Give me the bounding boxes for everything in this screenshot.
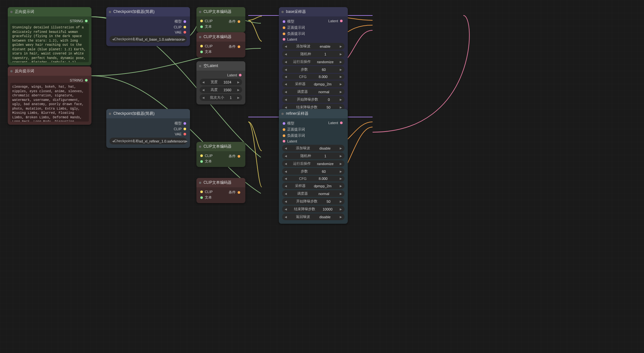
node-title: refiner采样器 [279, 109, 348, 118]
input-port[interactable]: 正面提示词 [281, 126, 345, 132]
port-icon [239, 74, 242, 76]
param-widget[interactable]: ◀批次大小1▶ [200, 94, 242, 101]
param-widget[interactable]: ◀运行后操作randomize▶ [282, 58, 345, 65]
node-empty-latent[interactable]: 空Latent Latent ◀宽度1024▶◀高度1560▶◀批次大小1▶ [196, 61, 245, 104]
input-port[interactable]: Latent [281, 37, 345, 42]
chevron-right-icon: ▶ [340, 170, 342, 173]
port-icon [283, 134, 285, 137]
param-widget[interactable]: ◀调度器normal▶ [282, 190, 345, 197]
port-icon [200, 51, 203, 53]
node-clip-encoder-positive-refiner[interactable]: CLIP文本编码器 CLIP 条件 文本 [196, 142, 245, 167]
param-widget[interactable]: ◀CFG8.000▶ [282, 74, 345, 80]
port-icon [283, 26, 285, 29]
prompt-textarea[interactable] [10, 24, 89, 62]
output-string[interactable]: STRING [10, 18, 89, 24]
param-widget[interactable]: ◀采样器dpmpp_2m▶ [282, 81, 345, 87]
chevron-right-icon: ▶ [237, 81, 240, 84]
chevron-right-icon: ▶ [340, 45, 342, 48]
ckpt-name-widget[interactable]: ◀ Checkpoint名称 sd_xl_base_1.0.safetensor… [109, 36, 187, 43]
param-widget[interactable]: ◀采样器dpmpp_2m▶ [282, 182, 345, 189]
chevron-left-icon: ◀ [285, 177, 287, 180]
node-title: CLIP文本编码器 [196, 7, 245, 16]
node-refiner-sampler[interactable]: refiner采样器 模型正面提示词负面提示词Latent Latent ◀添加… [279, 109, 348, 224]
node-checkpoint-loader-refiner[interactable]: Checkpoint加载器(简易) 模型 CLIP VAE ◀ Checkpoi… [106, 109, 190, 148]
ckpt-name-widget[interactable]: ◀ Checkpoint名称 sd_xl_refiner_1.0.safeten… [109, 138, 187, 144]
input-text[interactable]: 文本 [199, 158, 243, 164]
param-widget[interactable]: ◀CFG8.000▶ [282, 176, 345, 181]
chevron-right-icon: ▶ [340, 200, 342, 203]
param-widget[interactable]: ◀运行后操作randomize▶ [282, 160, 345, 167]
chevron-left-icon: ◀ [285, 53, 287, 56]
param-widget[interactable]: ◀高度1560▶ [200, 86, 242, 93]
output-vae[interactable]: VAE [109, 30, 187, 35]
chevron-left-icon: ◀ [285, 106, 287, 109]
port-icon [238, 45, 240, 48]
param-widget[interactable]: ◀结束降噪步数10000▶ [282, 206, 345, 212]
chevron-right-icon: ▶ [340, 68, 342, 71]
output-latent[interactable]: Latent [327, 120, 344, 125]
chevron-left-icon: ◀ [285, 154, 287, 158]
param-widget[interactable]: ◀开始降噪步数0▶ [282, 96, 345, 103]
param-widget[interactable]: ◀随机种1▶ [282, 152, 345, 159]
input-port[interactable]: Latent [281, 139, 345, 144]
node-title: Checkpoint加载器(简易) [106, 109, 190, 118]
port-icon [200, 160, 203, 163]
param-widget[interactable]: ◀调度器normal▶ [282, 88, 345, 95]
input-port[interactable]: 负面提示词 [281, 132, 345, 139]
chevron-right-icon: ▶ [340, 147, 342, 150]
port-icon [200, 20, 203, 22]
param-widget[interactable]: ◀随机种1▶ [282, 51, 345, 57]
param-widget[interactable]: ◀步数60▶ [282, 66, 345, 73]
output-clip[interactable]: CLIP [109, 25, 187, 30]
port-icon [85, 79, 88, 82]
chevron-right-icon: ▶ [340, 75, 342, 78]
node-negative-prompt[interactable]: 反向提示词 STRING [8, 66, 91, 125]
input-text[interactable]: 文本 [199, 194, 243, 201]
input-port[interactable]: 正面提示词 [281, 25, 345, 31]
port-icon [283, 128, 285, 131]
node-title: 反向提示词 [8, 66, 91, 76]
port-icon [340, 122, 343, 124]
node-positive-prompt[interactable]: 正向提示词 STRING [8, 7, 91, 65]
chevron-left-icon: ◀ [285, 208, 287, 211]
param-widget[interactable]: ◀添加噪波enable▶ [282, 43, 345, 50]
input-text[interactable]: 文本 [199, 49, 243, 55]
param-widget[interactable]: ◀添加噪波disable▶ [282, 145, 345, 152]
chevron-left-icon: ◀ [285, 147, 287, 150]
param-widget[interactable]: ◀开始降噪步数50▶ [282, 198, 345, 205]
port-icon [184, 133, 186, 135]
port-icon [184, 26, 186, 28]
node-base-sampler[interactable]: base采样器 模型正面提示词负面提示词Latent Latent ◀添加噪波e… [279, 7, 348, 122]
node-checkpoint-loader-base[interactable]: Checkpoint加载器(简易) 模型 CLIP VAE ◀ Checkpoi… [106, 7, 190, 46]
param-widget[interactable]: ◀步数60▶ [282, 168, 345, 175]
param-widget[interactable]: ◀宽度1024▶ [200, 79, 242, 85]
port-icon [340, 20, 343, 22]
output-model[interactable]: 模型 [109, 120, 187, 126]
output-string[interactable]: STRING [10, 78, 89, 83]
chevron-left-icon: ◀ [285, 192, 287, 195]
port-icon [238, 155, 240, 158]
chevron-left-icon: ◀ [285, 75, 287, 78]
chevron-right-icon: ▶ [340, 162, 342, 165]
node-clip-encoder-positive-base[interactable]: CLIP文本编码器 CLIP 条件 文本 [196, 7, 245, 32]
input-text[interactable]: 文本 [199, 24, 243, 30]
chevron-right-icon: ▶ [340, 177, 342, 180]
chevron-right-icon: ▶ [340, 208, 342, 211]
chevron-right-icon: ▶ [340, 215, 342, 219]
port-icon [238, 191, 240, 194]
chevron-right-icon: ▶ [340, 53, 342, 56]
prompt-textarea[interactable] [10, 83, 89, 122]
output-model[interactable]: 模型 [109, 18, 187, 25]
output-vae[interactable]: VAE [109, 132, 187, 137]
output-latent[interactable]: Latent [327, 18, 344, 24]
output-clip[interactable]: CLIP [109, 126, 187, 132]
chevron-left-icon: ◀ [285, 162, 287, 165]
param-widget[interactable]: ◀返回噪波disable▶ [282, 213, 345, 220]
input-port[interactable]: 负面提示词 [281, 31, 345, 37]
output-latent[interactable]: Latent [199, 73, 243, 78]
node-clip-encoder-negative-base[interactable]: CLIP文本编码器 CLIP 条件 文本 [196, 32, 245, 57]
chevron-right-icon: ▶ [183, 38, 185, 41]
node-clip-encoder-negative-refiner[interactable]: CLIP文本编码器 CLIP 条件 文本 [196, 178, 245, 203]
port-icon [200, 25, 203, 28]
chevron-left-icon: ◀ [112, 38, 114, 41]
